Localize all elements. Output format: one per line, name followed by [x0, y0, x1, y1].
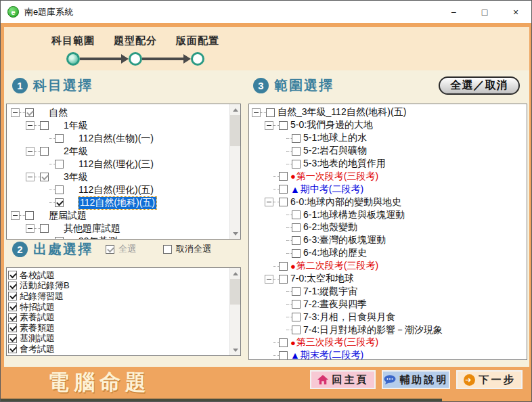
checkbox[interactable]: [8, 282, 17, 290]
tree-row[interactable]: 6-3:臺灣的板塊運動: [249, 234, 527, 247]
tree-label[interactable]: 7-0:太空和地球: [290, 273, 354, 285]
minimize-icon[interactable]: −: [438, 1, 469, 23]
expand-icon[interactable]: [26, 121, 35, 130]
tree-row[interactable]: 5-3:地表的地質作用: [249, 158, 527, 171]
checkbox[interactable]: [292, 223, 301, 232]
checkbox[interactable]: [8, 323, 17, 332]
tree-row[interactable]: 112自然(理化)(三): [7, 158, 240, 171]
expand-icon[interactable]: [11, 108, 20, 117]
checkbox[interactable]: [40, 121, 49, 130]
select-all-toggle-button[interactable]: 全選／取消: [439, 76, 520, 95]
tree-row[interactable]: 歷屆試題: [7, 209, 240, 222]
tree-row[interactable]: 6-4:地球的歷史: [249, 247, 527, 260]
close-icon[interactable]: ×: [500, 1, 531, 23]
tree-label[interactable]: 自然: [49, 107, 68, 119]
tree-row[interactable]: 7-3:月相，日食與月食: [249, 311, 527, 323]
checkbox[interactable]: [292, 147, 301, 156]
scrollbar-thumb[interactable]: [230, 115, 241, 146]
expand-icon[interactable]: [265, 275, 273, 284]
tree-label[interactable]: 5-2:岩石與礦物: [303, 145, 367, 157]
tree-label[interactable]: 其他題庫試題: [64, 223, 120, 235]
tree-label[interactable]: 歷屆試題: [49, 210, 87, 222]
expand-icon[interactable]: [265, 121, 273, 130]
maximize-icon[interactable]: □: [469, 1, 500, 23]
checkbox[interactable]: [40, 147, 49, 156]
checkbox[interactable]: [292, 134, 301, 143]
tree-row[interactable]: 6-0:地球內部的變動與地史: [249, 196, 527, 208]
tree-row[interactable]: 2年級: [7, 145, 240, 158]
tree-label[interactable]: 7-3:月相，日食與月食: [303, 311, 395, 323]
tree-label[interactable]: 5-0:我們身邊的大地: [290, 119, 373, 131]
expand-icon[interactable]: [252, 108, 261, 117]
checkbox[interactable]: [25, 211, 34, 220]
select-all-checkbox[interactable]: [106, 245, 114, 254]
checkbox[interactable]: [279, 185, 288, 194]
checkbox[interactable]: [279, 121, 288, 130]
tree-label[interactable]: 第一次段考(三段考): [296, 171, 378, 183]
scroll-down-icon[interactable]: [230, 228, 241, 239]
checkbox[interactable]: [292, 313, 301, 321]
tree-label[interactable]: 2年級: [64, 146, 88, 158]
tree-row[interactable]: 7-4:日月對地球的影響－潮汐現象: [249, 323, 527, 336]
list-item[interactable]: 活動紀錄簿B: [7, 281, 240, 292]
checkbox[interactable]: [25, 108, 34, 117]
tree-row[interactable]: 自然: [7, 106, 240, 119]
checkbox[interactable]: [292, 210, 301, 219]
checkbox[interactable]: [55, 198, 64, 207]
expand-icon[interactable]: [26, 147, 35, 156]
tree-row[interactable]: 7-2:晝夜與四季: [249, 298, 527, 311]
tree-label[interactable]: 112自然(地科)(五): [79, 197, 156, 209]
checkbox[interactable]: [279, 198, 288, 206]
expand-icon[interactable]: [26, 224, 35, 233]
list-item[interactable]: 會考試題: [7, 344, 240, 355]
tree-label[interactable]: 7-2:晝夜與四季: [303, 298, 367, 311]
home-button[interactable]: 回主頁: [310, 370, 376, 389]
list-item[interactable]: 各校試題: [7, 270, 240, 281]
tree-row[interactable]: 6-1:地球構造與板塊運動: [249, 208, 527, 221]
tree-row[interactable]: ▲期中考(二段考): [249, 183, 527, 196]
tree-row[interactable]: ●第二次段考(三段考): [249, 260, 527, 273]
expand-icon[interactable]: [26, 173, 35, 181]
tree-label[interactable]: 自然_3年級_112自然(地科)(五): [278, 106, 406, 118]
tree-row[interactable]: 5-1:地球上的水: [249, 132, 527, 145]
checkbox[interactable]: [279, 351, 288, 360]
expand-icon[interactable]: [11, 211, 20, 220]
help-button[interactable]: 輔助說明: [382, 370, 450, 389]
tree-label[interactable]: 5-3:地表的地質作用: [303, 158, 386, 170]
checkbox[interactable]: [8, 292, 17, 300]
checkbox[interactable]: [40, 224, 49, 233]
checkbox[interactable]: [55, 237, 64, 240]
tree-label[interactable]: 99年基測: [79, 236, 118, 240]
tree-row[interactable]: 5-2:岩石與礦物: [249, 145, 527, 158]
tree-row[interactable]: ●第三次段考(三段考): [249, 336, 527, 349]
tree-row[interactable]: 自然_3年級_112自然(地科)(五): [249, 106, 527, 119]
tree-label[interactable]: 6-0:地球內部的變動與地史: [290, 196, 401, 208]
scrollbar-thumb[interactable]: [230, 279, 241, 305]
expand-icon[interactable]: [265, 198, 273, 206]
checkbox[interactable]: [292, 287, 301, 296]
checkbox[interactable]: [55, 160, 64, 169]
checkbox[interactable]: [8, 313, 17, 322]
tree-label[interactable]: 期中考(二段考): [301, 183, 363, 196]
list-item[interactable]: 基測試題: [7, 334, 240, 344]
tree-label[interactable]: 112自然(理化)(五): [79, 184, 154, 196]
tree-label[interactable]: 112自然(理化)(三): [79, 158, 154, 171]
list-item[interactable]: 紀錄簿習題: [7, 291, 240, 302]
scroll-up-icon[interactable]: [230, 268, 241, 279]
tree-row[interactable]: 1年級: [7, 119, 240, 132]
checkbox[interactable]: [266, 108, 275, 117]
tree-label[interactable]: 7-1:縱觀宇宙: [303, 286, 357, 298]
checkbox[interactable]: [8, 344, 17, 353]
tree-row[interactable]: 6-2:地殼變動: [249, 221, 527, 234]
checkbox[interactable]: [8, 303, 17, 311]
tree-row[interactable]: 112自然(地科)(五): [7, 196, 240, 209]
checkbox[interactable]: [8, 271, 17, 280]
tree-label[interactable]: 112自然(生物)(一): [79, 133, 154, 145]
tree-row[interactable]: 112自然(理化)(五): [7, 183, 240, 196]
subject-tree-scrollbar[interactable]: [229, 104, 240, 239]
checkbox[interactable]: [55, 185, 64, 194]
tree-row[interactable]: 7-0:太空和地球: [249, 273, 527, 286]
scroll-up-icon[interactable]: [230, 104, 241, 115]
tree-row[interactable]: 99年基測: [7, 235, 240, 240]
list-item[interactable]: 素養試題: [7, 312, 240, 323]
